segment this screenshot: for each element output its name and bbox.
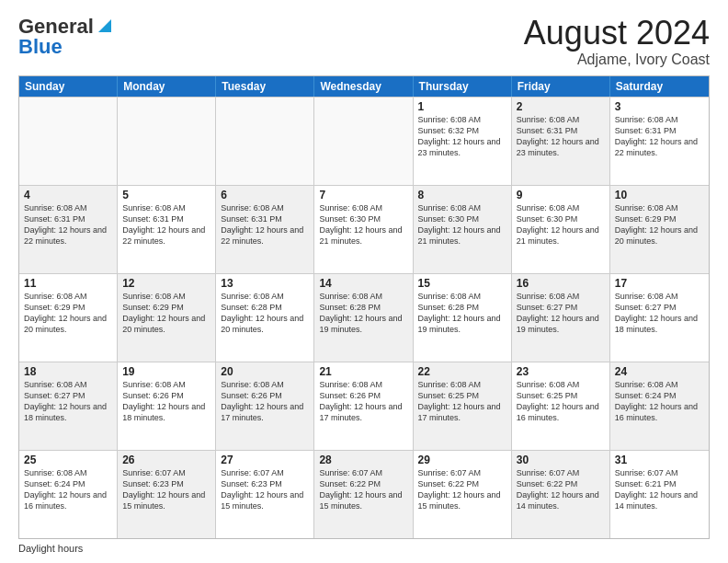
calendar-cell: 18Sunrise: 6:08 AM Sunset: 6:27 PM Dayli… <box>19 362 118 450</box>
day-info: Sunrise: 6:07 AM Sunset: 6:21 PM Dayligh… <box>615 467 704 512</box>
calendar-cell: 27Sunrise: 6:07 AM Sunset: 6:23 PM Dayli… <box>216 451 314 538</box>
day-info: Sunrise: 6:08 AM Sunset: 6:26 PM Dayligh… <box>319 379 407 424</box>
day-number: 28 <box>319 454 407 466</box>
day-number: 6 <box>221 189 309 201</box>
day-number: 11 <box>24 277 112 290</box>
calendar-cell: 17Sunrise: 6:08 AM Sunset: 6:27 PM Dayli… <box>610 274 709 362</box>
calendar-cell: 11Sunrise: 6:08 AM Sunset: 6:29 PM Dayli… <box>19 274 118 362</box>
calendar-body: 1Sunrise: 6:08 AM Sunset: 6:32 PM Daylig… <box>19 97 709 538</box>
calendar-cell: 5Sunrise: 6:08 AM Sunset: 6:31 PM Daylig… <box>118 186 216 273</box>
day-number: 30 <box>517 454 605 466</box>
day-info: Sunrise: 6:08 AM Sunset: 6:24 PM Dayligh… <box>24 467 112 512</box>
day-info: Sunrise: 6:08 AM Sunset: 6:27 PM Dayligh… <box>615 291 704 336</box>
day-info: Sunrise: 6:08 AM Sunset: 6:31 PM Dayligh… <box>24 202 112 247</box>
day-number: 14 <box>319 277 407 290</box>
day-number: 19 <box>122 365 210 378</box>
day-info: Sunrise: 6:08 AM Sunset: 6:25 PM Dayligh… <box>517 379 605 424</box>
calendar-header-cell: Monday <box>118 76 216 97</box>
day-number: 20 <box>221 365 309 378</box>
calendar-cell: 21Sunrise: 6:08 AM Sunset: 6:26 PM Dayli… <box>314 362 413 450</box>
day-number: 2 <box>517 100 605 113</box>
calendar-cell: 15Sunrise: 6:08 AM Sunset: 6:28 PM Dayli… <box>414 274 512 362</box>
logo-blue: Blue <box>18 35 63 59</box>
calendar-header-cell: Wednesday <box>314 76 413 97</box>
calendar: SundayMondayTuesdayWednesdayThursdayFrid… <box>18 75 710 539</box>
main-title: August 2024 <box>524 15 710 52</box>
calendar-cell: 30Sunrise: 6:07 AM Sunset: 6:22 PM Dayli… <box>512 451 610 538</box>
day-info: Sunrise: 6:08 AM Sunset: 6:31 PM Dayligh… <box>221 202 309 247</box>
day-number: 25 <box>24 454 112 466</box>
day-info: Sunrise: 6:08 AM Sunset: 6:29 PM Dayligh… <box>24 291 112 336</box>
day-info: Sunrise: 6:08 AM Sunset: 6:31 PM Dayligh… <box>122 202 210 247</box>
calendar-cell <box>19 98 118 185</box>
day-info: Sunrise: 6:07 AM Sunset: 6:22 PM Dayligh… <box>418 467 506 512</box>
day-number: 12 <box>122 277 210 290</box>
title-block: August 2024 Adjame, Ivory Coast <box>524 15 710 68</box>
day-info: Sunrise: 6:08 AM Sunset: 6:24 PM Dayligh… <box>615 379 704 424</box>
calendar-header-cell: Saturday <box>610 76 709 97</box>
day-info: Sunrise: 6:07 AM Sunset: 6:23 PM Dayligh… <box>122 467 210 512</box>
day-number: 22 <box>418 365 506 378</box>
calendar-header-cell: Friday <box>512 76 610 97</box>
day-number: 29 <box>418 454 506 466</box>
subtitle: Adjame, Ivory Coast <box>524 52 710 68</box>
day-info: Sunrise: 6:08 AM Sunset: 6:28 PM Dayligh… <box>319 291 407 336</box>
calendar-cell: 12Sunrise: 6:08 AM Sunset: 6:29 PM Dayli… <box>118 274 216 362</box>
calendar-cell: 14Sunrise: 6:08 AM Sunset: 6:28 PM Dayli… <box>314 274 413 362</box>
calendar-cell <box>118 98 216 185</box>
day-number: 24 <box>615 365 704 378</box>
calendar-cell: 29Sunrise: 6:07 AM Sunset: 6:22 PM Dayli… <box>414 451 512 538</box>
day-info: Sunrise: 6:08 AM Sunset: 6:26 PM Dayligh… <box>122 379 210 424</box>
calendar-cell: 4Sunrise: 6:08 AM Sunset: 6:31 PM Daylig… <box>19 186 118 273</box>
calendar-row: 18Sunrise: 6:08 AM Sunset: 6:27 PM Dayli… <box>19 362 709 450</box>
day-number: 9 <box>517 189 605 201</box>
day-number: 3 <box>615 100 704 113</box>
calendar-cell: 13Sunrise: 6:08 AM Sunset: 6:28 PM Dayli… <box>216 274 314 362</box>
calendar-cell: 24Sunrise: 6:08 AM Sunset: 6:24 PM Dayli… <box>610 362 709 450</box>
calendar-cell: 25Sunrise: 6:08 AM Sunset: 6:24 PM Dayli… <box>19 451 118 538</box>
calendar-cell: 23Sunrise: 6:08 AM Sunset: 6:25 PM Dayli… <box>512 362 610 450</box>
header: General Blue August 2024 Adjame, Ivory C… <box>18 15 710 68</box>
day-number: 17 <box>615 277 704 290</box>
day-info: Sunrise: 6:08 AM Sunset: 6:30 PM Dayligh… <box>517 202 605 247</box>
day-info: Sunrise: 6:08 AM Sunset: 6:31 PM Dayligh… <box>517 114 605 159</box>
day-number: 31 <box>615 454 704 466</box>
day-number: 18 <box>24 365 112 378</box>
day-number: 15 <box>418 277 506 290</box>
day-info: Sunrise: 6:08 AM Sunset: 6:29 PM Dayligh… <box>615 202 704 247</box>
page: General Blue August 2024 Adjame, Ivory C… <box>0 0 728 563</box>
calendar-cell: 2Sunrise: 6:08 AM Sunset: 6:31 PM Daylig… <box>512 98 610 185</box>
calendar-cell: 22Sunrise: 6:08 AM Sunset: 6:25 PM Dayli… <box>414 362 512 450</box>
day-number: 13 <box>221 277 309 290</box>
day-number: 7 <box>319 189 407 201</box>
day-number: 5 <box>122 189 210 201</box>
day-number: 26 <box>122 454 210 466</box>
day-info: Sunrise: 6:08 AM Sunset: 6:25 PM Dayligh… <box>418 379 506 424</box>
calendar-cell: 9Sunrise: 6:08 AM Sunset: 6:30 PM Daylig… <box>512 186 610 273</box>
day-number: 16 <box>517 277 605 290</box>
day-number: 4 <box>24 189 112 201</box>
calendar-cell: 28Sunrise: 6:07 AM Sunset: 6:22 PM Dayli… <box>314 451 413 538</box>
calendar-cell: 7Sunrise: 6:08 AM Sunset: 6:30 PM Daylig… <box>314 186 413 273</box>
calendar-cell: 6Sunrise: 6:08 AM Sunset: 6:31 PM Daylig… <box>216 186 314 273</box>
footer-note: Daylight hours <box>18 543 710 554</box>
calendar-row: 1Sunrise: 6:08 AM Sunset: 6:32 PM Daylig… <box>19 97 709 185</box>
calendar-row: 4Sunrise: 6:08 AM Sunset: 6:31 PM Daylig… <box>19 185 709 273</box>
calendar-header-cell: Tuesday <box>216 76 314 97</box>
day-info: Sunrise: 6:08 AM Sunset: 6:30 PM Dayligh… <box>319 202 407 247</box>
day-info: Sunrise: 6:08 AM Sunset: 6:27 PM Dayligh… <box>24 379 112 424</box>
day-info: Sunrise: 6:07 AM Sunset: 6:22 PM Dayligh… <box>517 467 605 512</box>
day-info: Sunrise: 6:08 AM Sunset: 6:27 PM Dayligh… <box>517 291 605 336</box>
calendar-row: 11Sunrise: 6:08 AM Sunset: 6:29 PM Dayli… <box>19 273 709 362</box>
calendar-cell: 3Sunrise: 6:08 AM Sunset: 6:31 PM Daylig… <box>610 98 709 185</box>
logo: General Blue <box>18 15 113 59</box>
calendar-header: SundayMondayTuesdayWednesdayThursdayFrid… <box>19 76 709 97</box>
day-number: 10 <box>615 189 704 201</box>
calendar-cell: 20Sunrise: 6:08 AM Sunset: 6:26 PM Dayli… <box>216 362 314 450</box>
day-number: 1 <box>418 100 506 113</box>
svg-marker-0 <box>98 19 111 32</box>
day-info: Sunrise: 6:08 AM Sunset: 6:28 PM Dayligh… <box>221 291 309 336</box>
day-info: Sunrise: 6:08 AM Sunset: 6:30 PM Dayligh… <box>418 202 506 247</box>
day-info: Sunrise: 6:08 AM Sunset: 6:29 PM Dayligh… <box>122 291 210 336</box>
calendar-header-cell: Sunday <box>19 76 118 97</box>
